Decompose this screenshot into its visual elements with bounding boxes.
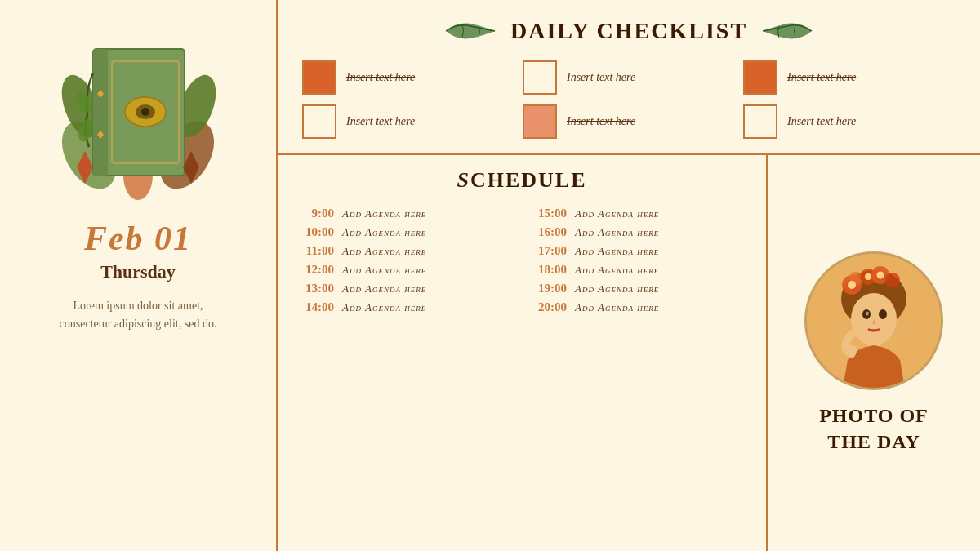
schedule-left-col: 9:00 Add Agenda here 10:00 Add Agenda he… [297,204,514,317]
checklist-label-4: Insert text here [346,115,415,128]
schedule-time-3: 12:00 [297,263,334,277]
schedule-time-2: 11:00 [297,244,334,258]
photo-title-text: Photo ofthe Day [819,403,929,454]
bottom-section: Schedule 9:00 Add Agenda here 10:00 Add … [278,155,980,551]
left-leaf-decoration [442,16,499,46]
schedule-time-r1: 16:00 [530,225,567,239]
checklist-item-4[interactable]: Insert text here [302,104,514,139]
schedule-s-deco: S [457,168,470,192]
checklist-label-5: Insert text here [567,115,635,128]
schedule-time-r5: 20:00 [530,300,567,314]
svg-rect-6 [93,49,108,176]
checklist-item-3[interactable]: Insert text here [743,60,956,95]
checklist-item-2[interactable]: Insert text here [523,60,735,95]
checkbox-2[interactable] [523,60,557,95]
checklist-label-2: Insert text here [567,71,635,84]
schedule-agenda-r3: Add Agenda here [575,264,659,277]
schedule-agenda-5: Add Agenda here [342,301,426,314]
photo-circle [804,251,943,390]
svg-point-32 [844,345,858,355]
schedule-agenda-4: Add Agenda here [342,282,426,295]
checkbox-4[interactable] [302,104,336,139]
checkbox-1[interactable] [302,60,336,95]
right-leaf-decoration [759,16,816,46]
photo-illustration [807,254,941,388]
schedule-agenda-3: Add Agenda here [342,264,426,277]
schedule-agenda-0: Add Agenda here [342,207,426,220]
schedule-section: Schedule 9:00 Add Agenda here 10:00 Add … [278,155,768,551]
schedule-time-1: 10:00 [297,225,334,239]
sidebar: Feb 01 Thursday Lorem ipsum dolor sit am… [0,0,278,551]
date-display: Feb 01 [84,219,192,258]
checklist-label-1: Insert text here [346,71,415,84]
svg-point-23 [885,273,900,287]
schedule-right-col: 15:00 Add Agenda here 16:00 Add Agenda h… [530,204,746,317]
schedule-row-r5[interactable]: 20:00 Add Agenda here [530,298,746,317]
checklist-label-3: Insert text here [787,71,856,84]
checklist-title: Daily Checklist [510,18,747,44]
svg-point-29 [879,309,887,319]
day-display: Thursday [100,261,176,282]
schedule-row-1[interactable]: 10:00 Add Agenda here [297,223,514,242]
schedule-time-0: 9:00 [297,207,334,220]
checklist-section: Daily Checklist Insert text here Insert … [278,0,980,155]
schedule-time-r3: 18:00 [530,263,567,277]
svg-point-25 [865,273,871,280]
schedule-row-r3[interactable]: 18:00 Add Agenda here [530,260,746,279]
schedule-agenda-r4: Add Agenda here [575,282,659,295]
schedule-row-r0[interactable]: 15:00 Add Agenda here [530,204,746,223]
schedule-time-r0: 15:00 [530,207,567,220]
checkbox-5[interactable] [523,104,557,139]
schedule-time-5: 14:00 [297,300,334,314]
schedule-row-r1[interactable]: 16:00 Add Agenda here [530,223,746,242]
schedule-row-4[interactable]: 13:00 Add Agenda here [297,279,514,298]
lorem-text: Lorem ipsum dolor sit amet, consectetur … [48,297,228,334]
schedule-row-5[interactable]: 14:00 Add Agenda here [297,298,514,317]
svg-point-24 [848,281,856,289]
schedule-agenda-r2: Add Agenda here [575,245,659,258]
schedule-time-r4: 19:00 [530,282,567,295]
checklist-item-1[interactable]: Insert text here [302,60,514,95]
schedule-time-r2: 17:00 [530,244,567,258]
svg-point-10 [141,108,149,116]
schedule-agenda-r5: Add Agenda here [575,301,659,314]
book-illustration [56,24,220,204]
schedule-agenda-2: Add Agenda here [342,245,426,258]
schedule-row-2[interactable]: 11:00 Add Agenda here [297,242,514,260]
svg-point-26 [877,272,884,279]
schedule-row-3[interactable]: 12:00 Add Agenda here [297,260,514,279]
checklist-header: Daily Checklist [302,16,956,46]
schedule-row-r4[interactable]: 19:00 Add Agenda here [530,279,746,298]
schedule-title: Schedule [297,168,746,193]
schedule-agenda-r0: Add Agenda here [575,207,659,220]
svg-point-30 [866,312,869,316]
schedule-row-0[interactable]: 9:00 Add Agenda here [297,204,514,223]
schedule-grid: 9:00 Add Agenda here 10:00 Add Agenda he… [297,204,746,317]
schedule-agenda-r1: Add Agenda here [575,226,659,239]
photo-section: Photo ofthe Day [768,155,980,551]
photo-title: Photo ofthe Day [819,403,929,454]
checkbox-6[interactable] [743,104,777,139]
schedule-row-r2[interactable]: 17:00 Add Agenda here [530,242,746,260]
checklist-item-5[interactable]: Insert text here [523,104,735,139]
checklist-grid: Insert text here Insert text here Insert… [302,60,956,139]
checkbox-3[interactable] [743,60,777,95]
main-area: Daily Checklist Insert text here Insert … [278,0,980,551]
schedule-agenda-1: Add Agenda here [342,226,426,239]
checklist-item-6[interactable]: Insert text here [743,104,956,139]
checklist-label-6: Insert text here [787,115,856,128]
schedule-time-4: 13:00 [297,282,334,295]
